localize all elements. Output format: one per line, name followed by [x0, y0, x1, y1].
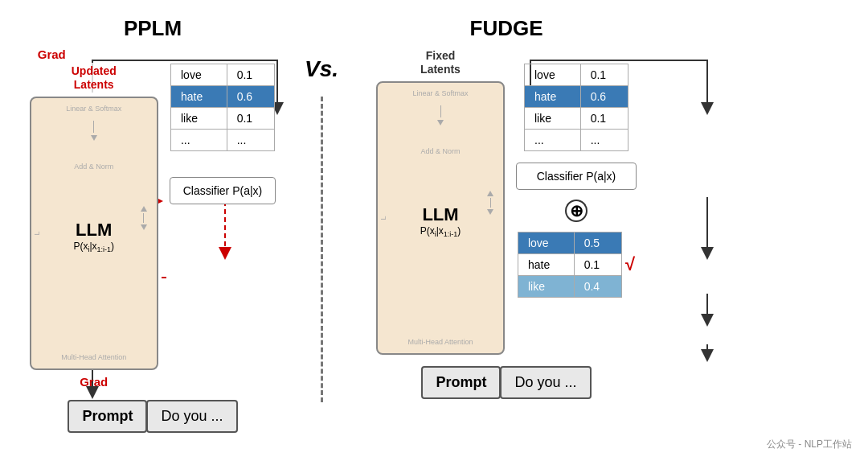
- checkmark-icon: √: [625, 254, 635, 275]
- pplm-prompt-box: Prompt: [68, 400, 147, 433]
- pplm-do-you-box: Do you ...: [146, 400, 237, 433]
- pplm-llm-formula: P(xi|x1:i-1): [73, 241, 114, 253]
- pplm-llm-box: Linear & Softmax Add & Norm LLM P(xi|x1:…: [30, 97, 158, 370]
- vs-label: Vs.: [305, 56, 338, 82]
- fixed-latents-label: Fixed Latents: [417, 47, 464, 78]
- fudge-do-you-box: Do you ...: [500, 366, 591, 399]
- pplm-llm-inner-bottom: Multi-Head Attention: [61, 353, 126, 362]
- fudge-bottom-prob-table: love0.5 hate0.1 like0.4: [518, 232, 622, 298]
- table-row: like0.1: [170, 108, 274, 130]
- fudge-prompt-row: Prompt Do you ...: [421, 366, 591, 399]
- fudge-llm-inner-top: Linear & Softmax: [412, 89, 468, 97]
- fudge-llm-inner-mid: Add & Norm: [420, 147, 460, 155]
- fudge-plus-circle: ⊕: [565, 200, 588, 222]
- fudge-llm-inner-bottom: Multi-Head Attention: [407, 338, 473, 347]
- fudge-classifier: Classifier P(a|x): [516, 163, 637, 190]
- pplm-prob-table: love0.1 hate0.6 like0.1 ......: [170, 64, 275, 151]
- table-row-highlighted: hate0.6: [525, 86, 628, 108]
- table-row-love: love0.5: [518, 233, 621, 254]
- table-row-like: like0.4: [518, 276, 621, 298]
- fudge-llm-left: L: [379, 216, 387, 220]
- pplm-title: PPLM: [124, 16, 182, 41]
- pplm-prompt-row: Prompt Do you ...: [68, 400, 237, 433]
- watermark: 公众号 - NLP工作站: [767, 438, 852, 451]
- table-row: ......: [170, 130, 274, 151]
- table-row-highlighted: hate0.6: [170, 86, 274, 108]
- fudge-prompt-box: Prompt: [421, 366, 501, 399]
- pplm-llm-label: LLM: [73, 220, 114, 241]
- fudge-llm-label: LLM: [420, 204, 461, 225]
- table-row: love0.1: [525, 64, 628, 86]
- pplm-llm-inner-mid: Add & Norm: [74, 163, 113, 171]
- divider: [321, 97, 323, 402]
- fudge-top-prob-table: love0.1 hate0.6 like0.1 ......: [524, 64, 628, 151]
- fudge-llm-box: Linear & Softmax Add & Norm LLM P(xi|x1:…: [376, 81, 505, 355]
- pplm-llm-left: L: [32, 231, 40, 235]
- table-row: ......: [525, 130, 628, 151]
- table-row: love0.1: [170, 64, 274, 86]
- grad-label-bottom: Grad: [80, 375, 108, 389]
- table-row-hate: hate0.1: [518, 254, 621, 276]
- table-row: like0.1: [525, 108, 628, 130]
- pplm-classifier: Classifier P(a|x): [170, 177, 276, 204]
- pplm-llm-inner-top: Linear & Softmax: [66, 105, 121, 113]
- fudge-llm-formula: P(xi|x1:i-1): [420, 225, 461, 238]
- vs-section: Vs.: [289, 56, 354, 402]
- updated-latents-label: Updated Latents: [68, 63, 120, 93]
- fudge-title: FUDGE: [470, 16, 543, 41]
- grad-label-top: Grad: [38, 47, 66, 61]
